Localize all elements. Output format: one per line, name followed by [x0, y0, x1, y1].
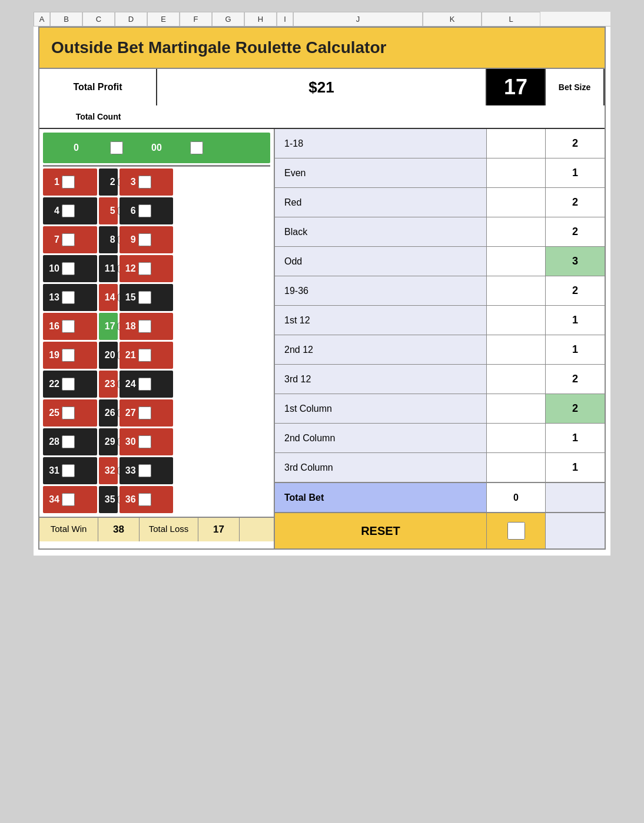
check-4[interactable]: [62, 204, 75, 217]
bet-row-3: Black2: [275, 217, 605, 247]
check-0[interactable]: [110, 141, 123, 154]
check-12[interactable]: [138, 262, 151, 275]
num-cell-25: 25: [43, 399, 97, 427]
num-label-5: 5: [102, 206, 115, 216]
number-0: 0: [45, 135, 107, 161]
main-content: Outside Bet Martingale Roulette Calculat…: [38, 27, 606, 550]
check-28[interactable]: [62, 435, 75, 448]
num-label-13: 13: [47, 292, 59, 303]
check-33[interactable]: [138, 464, 151, 477]
bet-row-9: 1st Column2: [275, 394, 605, 424]
num-label-31: 31: [47, 465, 59, 476]
num-cell-33: 33: [119, 457, 174, 484]
num-cell-23: 23: [99, 371, 118, 398]
check-00[interactable]: [190, 141, 203, 154]
number-row-7: 222324: [43, 371, 270, 398]
check-21[interactable]: [138, 349, 151, 362]
num-label-29: 29: [102, 437, 115, 447]
bet-row-4: Odd3: [275, 247, 605, 276]
checkbox-00[interactable]: [187, 135, 206, 161]
col-e: E: [147, 12, 180, 26]
num-cell-22: 22: [43, 371, 97, 398]
num-label-32: 32: [102, 465, 115, 476]
total-loss-value: 17: [198, 518, 240, 541]
num-cell-36: 36: [119, 486, 174, 513]
bet-row-8: 3rd 122: [275, 365, 605, 394]
bet-count-11: 1: [546, 453, 605, 482]
col-h: H: [244, 12, 277, 26]
num-label-34: 34: [47, 494, 59, 505]
num-cell-7: 7: [43, 226, 97, 253]
header-row: Total Profit $21 17 Bet Size Total Count: [39, 69, 605, 129]
bet-size-11: [487, 453, 546, 482]
check-19[interactable]: [62, 349, 75, 362]
num-cell-3: 3: [119, 168, 174, 196]
reset-row: RESET: [275, 512, 605, 548]
num-cell-16: 16: [43, 313, 97, 340]
check-3[interactable]: [138, 176, 151, 189]
number-row-0: 123: [43, 168, 270, 196]
check-7[interactable]: [62, 233, 75, 246]
checkbox-0[interactable]: [107, 135, 126, 161]
bet-size-label: Bet Size: [559, 82, 590, 92]
num-cell-28: 28: [43, 428, 97, 455]
num-cell-32: 32: [99, 457, 118, 484]
num-label-8: 8: [102, 234, 115, 245]
number-row-6: 192021: [43, 342, 270, 369]
bet-label-1: Even: [275, 158, 487, 187]
total-bet-count-empty: [546, 483, 605, 512]
num-cell-15: 15: [119, 284, 174, 311]
zero-row: 0 00: [43, 133, 270, 163]
num-label-26: 26: [102, 408, 115, 418]
check-1[interactable]: [62, 176, 75, 189]
reset-label[interactable]: RESET: [275, 513, 487, 548]
num-label-11: 11: [102, 263, 115, 274]
num-label-15: 15: [123, 292, 136, 303]
bet-size-8: [487, 365, 546, 394]
check-18[interactable]: [138, 320, 151, 333]
check-30[interactable]: [138, 435, 151, 448]
col-k: K: [423, 12, 482, 26]
num-label-30: 30: [123, 437, 136, 447]
check-9[interactable]: [138, 233, 151, 246]
check-34[interactable]: [62, 493, 75, 506]
check-22[interactable]: [62, 378, 75, 391]
col-l: L: [482, 12, 540, 26]
num-cell-6: 6: [119, 197, 174, 224]
current-number: 17: [504, 75, 527, 100]
num-label-25: 25: [47, 408, 59, 418]
num-cell-26: 26: [99, 399, 118, 427]
total-bet-value: 0: [487, 483, 546, 512]
bet-types-panel: 1-182Even1Red2Black2Odd319-3621st 1212nd…: [275, 129, 605, 548]
board-divider: [43, 165, 270, 167]
reset-checkbox[interactable]: [507, 522, 525, 540]
reset-empty: [546, 513, 605, 548]
number-row-5: 161718: [43, 313, 270, 340]
column-headers: A B C D E F G H I J K L: [34, 12, 610, 27]
total-profit-header: Total Profit: [39, 69, 157, 105]
check-15[interactable]: [138, 291, 151, 304]
check-31[interactable]: [62, 464, 75, 477]
number-row-11: 343536: [43, 486, 270, 513]
bet-count-9: 2: [546, 394, 605, 423]
num-label-35: 35: [102, 494, 115, 505]
bet-label-4: Odd: [275, 247, 487, 276]
num-label-3: 3: [123, 177, 136, 187]
check-36[interactable]: [138, 493, 151, 506]
reset-checkbox-cell[interactable]: [487, 513, 546, 548]
board-area: 0 00 12345678910111213141516171819202: [39, 129, 274, 517]
bet-label-3: Black: [275, 217, 487, 246]
bet-count-10: 1: [546, 424, 605, 452]
num-label-7: 7: [47, 234, 59, 245]
check-25[interactable]: [62, 406, 75, 419]
check-27[interactable]: [138, 406, 151, 419]
num-cell-34: 34: [43, 486, 97, 513]
check-24[interactable]: [138, 378, 151, 391]
num-label-19: 19: [47, 350, 59, 361]
check-6[interactable]: [138, 204, 151, 217]
check-10[interactable]: [62, 262, 75, 275]
num-label-2: 2: [102, 177, 115, 187]
check-16[interactable]: [62, 320, 75, 333]
check-13[interactable]: [62, 291, 75, 304]
total-count-header: Total Count: [39, 105, 157, 128]
